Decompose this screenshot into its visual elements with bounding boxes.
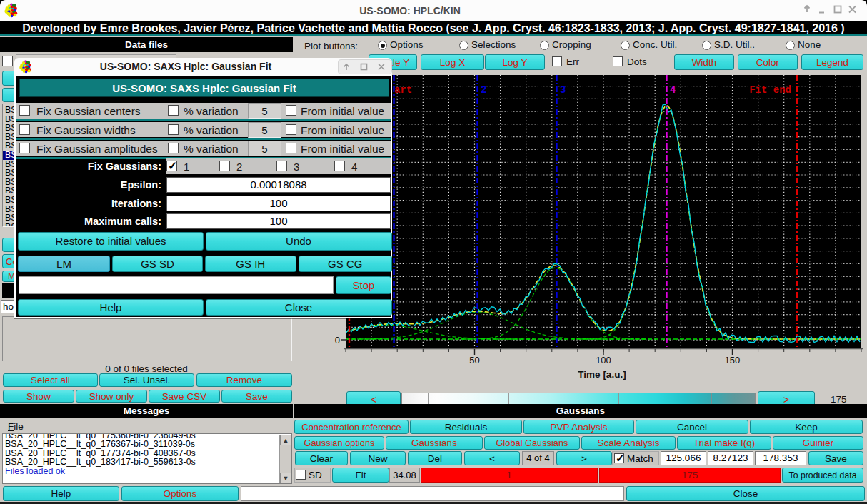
svg-text:50: 50 bbox=[469, 355, 479, 366]
svg-text:0: 0 bbox=[335, 335, 340, 346]
svg-text:100: 100 bbox=[596, 355, 611, 366]
svg-text:Time [a.u.]: Time [a.u.] bbox=[578, 369, 626, 380]
svg-text:4: 4 bbox=[670, 84, 676, 96]
svg-text:art: art bbox=[394, 84, 412, 96]
svg-text:3: 3 bbox=[560, 84, 566, 96]
svg-text:150: 150 bbox=[725, 355, 741, 366]
svg-text:2: 2 bbox=[481, 84, 486, 96]
svg-text:Fit end: Fit end bbox=[749, 84, 791, 96]
